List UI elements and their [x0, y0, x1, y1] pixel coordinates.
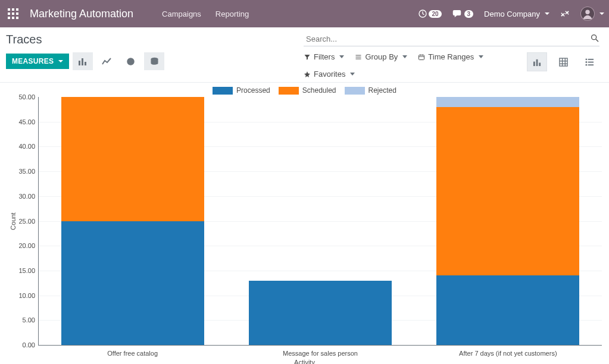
svg-rect-18 — [419, 55, 424, 59]
pie-chart-icon — [126, 57, 135, 66]
legend-swatch — [279, 87, 299, 95]
search-icon[interactable] — [590, 33, 599, 43]
chat-icon — [452, 9, 463, 18]
debug-icon[interactable] — [560, 9, 570, 18]
search-wrap — [304, 32, 599, 46]
bars-container — [39, 97, 602, 345]
bar-stack[interactable] — [61, 97, 204, 345]
svg-point-34 — [585, 64, 587, 65]
timeranges-dropdown[interactable]: Time Ranges — [418, 52, 483, 61]
user-menu[interactable] — [580, 7, 604, 21]
bar-segment[interactable] — [61, 97, 204, 221]
search-input[interactable] — [304, 32, 599, 46]
y-tick-label: 15.00 — [18, 267, 35, 274]
filters-label: Filters — [314, 52, 335, 61]
x-tick-label: Message for sales person — [226, 350, 414, 357]
activity-indicator[interactable]: 20 — [418, 9, 441, 18]
svg-rect-15 — [82, 58, 83, 65]
view-list-button[interactable] — [579, 52, 599, 71]
app-brand[interactable]: Marketing Automation — [30, 8, 133, 20]
bar-segment[interactable] — [249, 281, 392, 345]
database-icon — [150, 57, 159, 66]
svg-rect-22 — [533, 61, 535, 66]
discuss-indicator[interactable]: 3 — [452, 9, 474, 18]
legend-label: Scheduled — [302, 86, 336, 95]
svg-point-12 — [592, 35, 596, 40]
groupby-dropdown[interactable]: Group By — [355, 52, 407, 61]
clock-icon — [418, 9, 427, 18]
legend-item[interactable]: Rejected — [345, 86, 396, 95]
company-name: Demo Company — [484, 10, 540, 18]
svg-line-13 — [596, 39, 598, 42]
x-tick-label: Offer free catalog — [39, 350, 226, 357]
y-tick-label: 25.00 — [18, 218, 35, 225]
apps-icon[interactable] — [5, 5, 21, 22]
y-tick-label: 40.00 — [18, 143, 35, 150]
y-tick-label: 0.00 — [23, 341, 35, 349]
svg-rect-14 — [79, 61, 80, 65]
view-graph-button[interactable] — [527, 52, 547, 71]
svg-point-11 — [585, 10, 589, 14]
svg-rect-3 — [8, 12, 10, 15]
bar-slot — [226, 97, 414, 345]
x-axis-label: Activity — [7, 359, 602, 364]
table-icon — [559, 58, 568, 67]
top-navbar: Marketing Automation Campaigns Reporting… — [0, 0, 609, 27]
activity-badge: 20 — [429, 10, 441, 18]
legend-label: Rejected — [368, 86, 396, 95]
list-icon — [355, 54, 362, 61]
control-panel: Traces MEASURES — [0, 27, 609, 83]
y-tick-label: 20.00 — [18, 242, 35, 249]
svg-rect-24 — [539, 62, 541, 66]
y-ticks: 0.005.0010.0015.0020.0025.0030.0035.0040… — [13, 97, 39, 345]
chart-line-button[interactable] — [96, 52, 117, 70]
favorites-label: Favorites — [314, 70, 345, 79]
calendar-icon — [418, 54, 425, 61]
svg-rect-31 — [588, 58, 593, 59]
bar-stack[interactable] — [249, 97, 392, 345]
page-title: Traces — [6, 33, 304, 46]
groupby-label: Group By — [365, 52, 398, 61]
view-pivot-button[interactable] — [553, 52, 573, 71]
x-ticks: Offer free catalogMessage for sales pers… — [39, 350, 602, 357]
bar-segment[interactable] — [436, 107, 579, 276]
legend-label: Processed — [236, 86, 270, 95]
svg-rect-35 — [588, 64, 593, 65]
legend-item[interactable]: Processed — [213, 86, 270, 95]
nav-links: Campaigns Reporting — [162, 10, 249, 18]
y-tick-label: 5.00 — [23, 316, 35, 324]
bar-stack[interactable] — [436, 97, 579, 345]
chart-stacked-button[interactable] — [144, 52, 164, 70]
nav-link-campaigns[interactable]: Campaigns — [162, 10, 201, 18]
chevron-down-icon — [339, 55, 344, 58]
y-tick-label: 30.00 — [18, 193, 35, 200]
chart-bar-button[interactable] — [73, 52, 93, 70]
bar-segment[interactable] — [436, 275, 579, 345]
svg-rect-33 — [588, 61, 593, 62]
svg-rect-5 — [16, 12, 18, 15]
y-tick-label: 10.00 — [18, 292, 35, 299]
favorites-dropdown[interactable]: Favorites — [304, 70, 527, 79]
measures-button[interactable]: MEASURES — [6, 54, 69, 69]
filter-icon — [304, 54, 311, 61]
legend-item[interactable]: Scheduled — [279, 86, 336, 95]
measures-label: MEASURES — [12, 57, 54, 65]
chart-area: ProcessedScheduledRejected Count 0.005.0… — [0, 83, 609, 363]
x-tick-label: After 7 days (if not yet customers) — [414, 350, 602, 357]
discuss-badge: 3 — [464, 10, 474, 18]
bar-chart-icon — [533, 58, 542, 67]
svg-rect-1 — [12, 8, 14, 11]
chevron-down-icon — [350, 73, 355, 76]
chevron-down-icon — [402, 55, 407, 58]
filters-dropdown[interactable]: Filters — [304, 52, 344, 61]
search-options: Filters Group By Time Ranges Favorites — [304, 52, 527, 79]
company-switcher[interactable]: Demo Company — [484, 10, 549, 18]
chevron-down-icon — [599, 12, 604, 15]
star-icon — [304, 71, 311, 78]
list-icon — [585, 58, 594, 67]
bar-segment[interactable] — [61, 221, 204, 346]
bar-segment[interactable] — [436, 97, 579, 107]
bar-chart-icon — [78, 57, 88, 65]
chart-pie-button[interactable] — [120, 52, 140, 70]
nav-link-reporting[interactable]: Reporting — [216, 10, 249, 18]
